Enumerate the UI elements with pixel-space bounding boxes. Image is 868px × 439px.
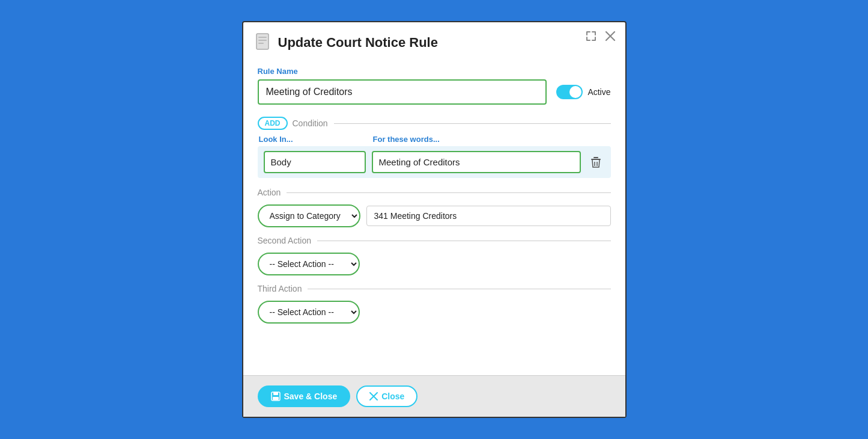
condition-row: [258, 146, 611, 178]
third-action-header: Third Action: [258, 284, 611, 293]
svg-rect-4: [591, 159, 601, 160]
modal-controls: [583, 29, 618, 45]
trash-icon: [590, 156, 601, 168]
close-button[interactable]: Close: [356, 385, 417, 407]
svg-rect-0: [256, 34, 269, 49]
expand-button[interactable]: [583, 29, 599, 45]
second-action-divider: [317, 241, 610, 241]
rule-name-row: Active: [258, 79, 611, 105]
third-action-select[interactable]: -- Select Action --: [258, 301, 360, 324]
second-action-label: Second Action: [258, 236, 312, 245]
rule-name-input[interactable]: [258, 79, 547, 105]
action-divider: [287, 192, 610, 193]
action-section: Action Assign to Category: [258, 188, 611, 227]
svg-rect-3: [258, 43, 264, 44]
x-icon: [605, 31, 616, 41]
condition-col-labels: Look In... For these words...: [258, 135, 611, 144]
expand-icon: [586, 31, 596, 41]
third-action-section: Third Action -- Select Action --: [258, 284, 611, 324]
action-value-input[interactable]: [366, 206, 611, 226]
action-section-header: Action: [258, 188, 611, 197]
update-court-notice-modal: Update Court Notice Rule Rule Name: [242, 21, 627, 418]
svg-rect-5: [593, 157, 598, 158]
condition-label: Condition: [293, 118, 328, 128]
document-icon: [255, 33, 272, 52]
modal-header: Update Court Notice Rule: [243, 22, 625, 58]
action-label: Action: [258, 188, 281, 197]
words-input[interactable]: [372, 151, 581, 173]
action-row: Assign to Category: [258, 204, 611, 227]
action-type-select[interactable]: Assign to Category: [258, 204, 360, 227]
save-close-button[interactable]: Save & Close: [258, 385, 351, 407]
condition-divider: [334, 123, 611, 124]
second-action-row: -- Select Action --: [258, 253, 611, 275]
modal-footer: Save & Close Close: [243, 375, 625, 417]
third-action-divider: [308, 289, 610, 289]
svg-rect-1: [258, 37, 267, 38]
active-label: Active: [587, 87, 610, 97]
delete-condition-button[interactable]: [587, 154, 605, 171]
save-icon: [271, 391, 281, 401]
condition-header: ADD Condition: [258, 117, 611, 130]
close-x-button[interactable]: [602, 29, 618, 45]
svg-rect-10: [273, 397, 279, 400]
second-action-section: Second Action -- Select Action --: [258, 236, 611, 275]
look-in-input[interactable]: [264, 151, 366, 173]
active-toggle[interactable]: [556, 85, 583, 99]
close-btn-icon: [369, 392, 378, 401]
rule-name-label: Rule Name: [258, 67, 611, 76]
modal-title: Update Court Notice Rule: [278, 35, 438, 51]
toggle-slider: [556, 85, 583, 99]
for-these-words-label: For these words...: [373, 135, 610, 144]
look-in-label: Look In...: [259, 135, 373, 144]
third-action-label: Third Action: [258, 284, 302, 293]
condition-section: ADD Condition Look In... For these words…: [258, 117, 611, 178]
second-action-header: Second Action: [258, 236, 611, 245]
add-condition-button[interactable]: ADD: [258, 117, 288, 130]
active-toggle-row: Active: [556, 85, 610, 99]
svg-rect-9: [273, 392, 278, 395]
second-action-select[interactable]: -- Select Action --: [258, 253, 360, 275]
modal-body: Rule Name Active ADD Condition Look In..…: [243, 58, 625, 363]
svg-rect-2: [258, 40, 267, 41]
third-action-row: -- Select Action --: [258, 301, 611, 324]
